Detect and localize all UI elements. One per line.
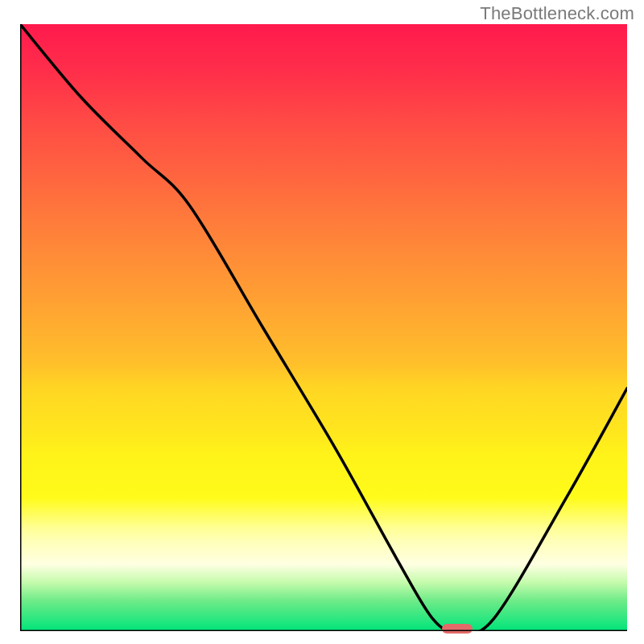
bottleneck-curve — [20, 24, 627, 631]
attribution-text: TheBottleneck.com — [480, 3, 634, 24]
optimal-marker — [442, 624, 473, 634]
curve-layer — [20, 24, 627, 631]
chart-container: TheBottleneck.com — [0, 0, 644, 644]
